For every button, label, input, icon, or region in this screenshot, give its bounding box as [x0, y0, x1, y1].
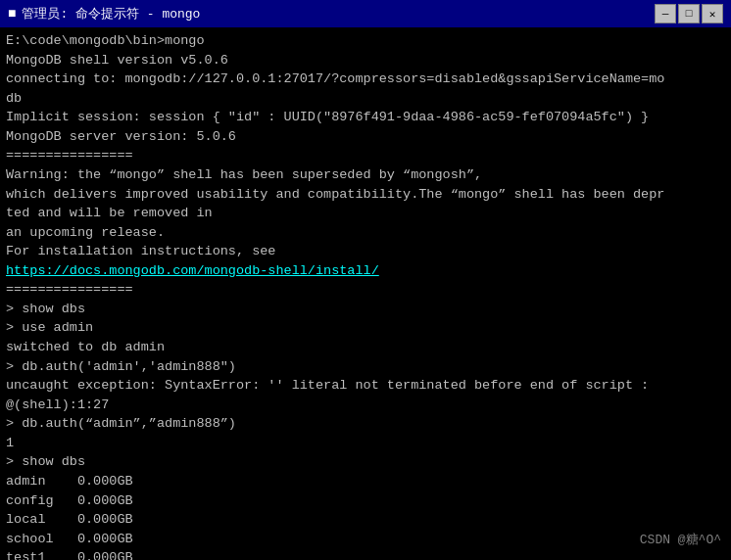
terminal-line: > show dbs [6, 300, 725, 319]
watermark: CSDN @糖^O^ [640, 532, 721, 550]
terminal-line: which delivers improved usability and co… [6, 185, 725, 205]
terminal-line: uncaught exception: SyntaxError: '' lite… [6, 376, 725, 396]
terminal-line: connecting to: mongodb://127.0.0.1:27017… [6, 70, 725, 89]
maximize-button[interactable]: □ [678, 4, 700, 23]
terminal-line: ================ [6, 146, 725, 165]
terminal-line: MongoDB shell version v5.0.6 [6, 51, 725, 70]
terminal-line: > use admin [6, 318, 725, 338]
terminal-line: test1 0.000GB [6, 548, 725, 560]
terminal-line: > show dbs [6, 452, 725, 472]
terminal-line: @(shell):1:27 [6, 396, 725, 415]
terminal-line: E:\code\mongodb\bin>mongo [6, 31, 725, 51]
close-button[interactable]: ✕ [702, 4, 723, 23]
terminal-line: > db.auth(“admin”,”admin888”) [6, 414, 725, 434]
terminal-line: config 0.000GB [6, 491, 725, 511]
minimize-button[interactable]: — [655, 4, 676, 23]
terminal-line: switched to db admin [6, 338, 725, 357]
terminal-line: local 0.000GB [6, 510, 725, 530]
terminal-line: an upcoming release. [6, 223, 725, 243]
terminal-line: For installation instructions, see [6, 242, 725, 261]
terminal-line: db [6, 89, 725, 109]
terminal-line: school 0.000GB [6, 530, 725, 549]
terminal-content: E:\code\mongodb\bin>mongoMongoDB shell v… [6, 31, 725, 560]
app-icon: ■ [8, 6, 16, 22]
terminal-line: https://docs.mongodb.com/mongodb-shell/i… [6, 261, 725, 281]
terminal-line: ================ [6, 280, 725, 300]
terminal-line: admin 0.000GB [6, 472, 725, 491]
window-title: 管理员: 命令提示符 - mongo [22, 5, 200, 23]
terminal-window[interactable]: E:\code\mongodb\bin>mongoMongoDB shell v… [0, 27, 731, 560]
terminal-line: Implicit session: session { "id" : UUID(… [6, 108, 725, 127]
title-bar-left: ■ 管理员: 命令提示符 - mongo [8, 5, 200, 23]
terminal-line: Warning: the “mongo” shell has been supe… [6, 165, 725, 185]
terminal-line: > db.auth('admin','admin888") [6, 357, 725, 377]
terminal-line: 1 [6, 434, 725, 453]
window-controls[interactable]: — □ ✕ [655, 4, 723, 23]
title-bar: ■ 管理员: 命令提示符 - mongo — □ ✕ [0, 0, 731, 27]
terminal-line: MongoDB server version: 5.0.6 [6, 127, 725, 147]
terminal-line: ted and will be removed in [6, 204, 725, 223]
